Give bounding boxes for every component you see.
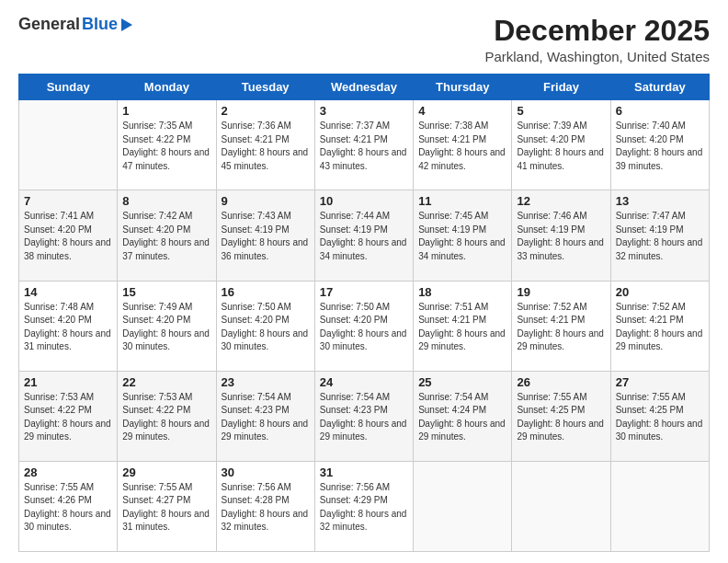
calendar-subtitle: Parkland, Washington, United States: [484, 49, 710, 64]
calendar-cell: 13Sunrise: 7:47 AM Sunset: 4:19 PM Dayli…: [610, 190, 709, 281]
day-info: Sunrise: 7:54 AM Sunset: 4:23 PM Dayligh…: [320, 391, 408, 444]
day-of-week-header: Friday: [512, 75, 610, 100]
day-number: 10: [320, 194, 408, 208]
calendar-cell: [512, 461, 610, 551]
day-info: Sunrise: 7:38 AM Sunset: 4:21 PM Dayligh…: [418, 120, 506, 173]
calendar-cell: 17Sunrise: 7:50 AM Sunset: 4:20 PM Dayli…: [314, 281, 413, 371]
calendar-cell: 27Sunrise: 7:55 AM Sunset: 4:25 PM Dayli…: [610, 371, 709, 461]
day-info: Sunrise: 7:35 AM Sunset: 4:22 PM Dayligh…: [122, 120, 210, 173]
day-number: 8: [122, 194, 210, 208]
day-info: Sunrise: 7:40 AM Sunset: 4:20 PM Dayligh…: [616, 120, 704, 173]
day-info: Sunrise: 7:43 AM Sunset: 4:19 PM Dayligh…: [222, 210, 310, 263]
calendar-cell: 15Sunrise: 7:49 AM Sunset: 4:20 PM Dayli…: [118, 281, 216, 371]
day-info: Sunrise: 7:55 AM Sunset: 4:26 PM Dayligh…: [24, 481, 112, 534]
day-info: Sunrise: 7:56 AM Sunset: 4:29 PM Dayligh…: [320, 481, 408, 534]
day-info: Sunrise: 7:36 AM Sunset: 4:21 PM Dayligh…: [222, 120, 310, 173]
day-info: Sunrise: 7:52 AM Sunset: 4:21 PM Dayligh…: [616, 301, 704, 354]
calendar-cell: 5Sunrise: 7:39 AM Sunset: 4:20 PM Daylig…: [512, 100, 610, 190]
day-number: 17: [320, 285, 408, 299]
calendar-header: SundayMondayTuesdayWednesdayThursdayFrid…: [19, 75, 710, 100]
day-info: Sunrise: 7:55 AM Sunset: 4:27 PM Dayligh…: [122, 481, 210, 534]
calendar-cell: 31Sunrise: 7:56 AM Sunset: 4:29 PM Dayli…: [314, 461, 413, 551]
day-info: Sunrise: 7:50 AM Sunset: 4:20 PM Dayligh…: [320, 301, 408, 354]
calendar-week-row: 21Sunrise: 7:53 AM Sunset: 4:22 PM Dayli…: [19, 371, 710, 461]
logo-general-text: General: [18, 15, 80, 34]
calendar-cell: 9Sunrise: 7:43 AM Sunset: 4:19 PM Daylig…: [216, 190, 314, 281]
day-number: 19: [517, 285, 605, 299]
calendar-cell: 10Sunrise: 7:44 AM Sunset: 4:19 PM Dayli…: [314, 190, 413, 281]
day-number: 25: [418, 375, 506, 389]
day-info: Sunrise: 7:37 AM Sunset: 4:21 PM Dayligh…: [320, 120, 408, 173]
day-number: 9: [222, 194, 310, 208]
logo-blue-text: Blue: [82, 15, 118, 34]
calendar-cell: 28Sunrise: 7:55 AM Sunset: 4:26 PM Dayli…: [19, 461, 118, 551]
day-number: 18: [418, 285, 506, 299]
day-number: 1: [122, 104, 210, 118]
day-info: Sunrise: 7:54 AM Sunset: 4:23 PM Dayligh…: [222, 391, 310, 444]
day-number: 28: [24, 465, 112, 479]
day-of-week-header: Monday: [118, 75, 216, 100]
calendar-week-row: 1Sunrise: 7:35 AM Sunset: 4:22 PM Daylig…: [19, 100, 710, 190]
days-of-week-row: SundayMondayTuesdayWednesdayThursdayFrid…: [19, 75, 710, 100]
calendar-week-row: 14Sunrise: 7:48 AM Sunset: 4:20 PM Dayli…: [19, 281, 710, 371]
calendar-cell: 4Sunrise: 7:38 AM Sunset: 4:21 PM Daylig…: [414, 100, 512, 190]
day-info: Sunrise: 7:47 AM Sunset: 4:19 PM Dayligh…: [616, 210, 704, 263]
day-number: 16: [222, 285, 310, 299]
calendar-cell: 16Sunrise: 7:50 AM Sunset: 4:20 PM Dayli…: [216, 281, 314, 371]
calendar-cell: 6Sunrise: 7:40 AM Sunset: 4:20 PM Daylig…: [610, 100, 709, 190]
day-of-week-header: Wednesday: [314, 75, 413, 100]
calendar-cell: 19Sunrise: 7:52 AM Sunset: 4:21 PM Dayli…: [512, 281, 610, 371]
calendar-cell: 21Sunrise: 7:53 AM Sunset: 4:22 PM Dayli…: [19, 371, 118, 461]
day-info: Sunrise: 7:55 AM Sunset: 4:25 PM Dayligh…: [517, 391, 605, 444]
day-info: Sunrise: 7:39 AM Sunset: 4:20 PM Dayligh…: [517, 120, 605, 173]
day-info: Sunrise: 7:53 AM Sunset: 4:22 PM Dayligh…: [122, 391, 210, 444]
calendar-cell: 26Sunrise: 7:55 AM Sunset: 4:25 PM Dayli…: [512, 371, 610, 461]
day-number: 27: [616, 375, 704, 389]
day-number: 24: [320, 375, 408, 389]
calendar-cell: 7Sunrise: 7:41 AM Sunset: 4:20 PM Daylig…: [19, 190, 118, 281]
calendar-cell: 29Sunrise: 7:55 AM Sunset: 4:27 PM Dayli…: [118, 461, 216, 551]
day-info: Sunrise: 7:48 AM Sunset: 4:20 PM Dayligh…: [24, 301, 112, 354]
calendar-cell: 2Sunrise: 7:36 AM Sunset: 4:21 PM Daylig…: [216, 100, 314, 190]
day-info: Sunrise: 7:50 AM Sunset: 4:20 PM Dayligh…: [222, 301, 310, 354]
day-number: 14: [24, 285, 112, 299]
logo: General Blue: [18, 15, 132, 34]
calendar-cell: [414, 461, 512, 551]
day-number: 6: [616, 104, 704, 118]
calendar-cell: 11Sunrise: 7:45 AM Sunset: 4:19 PM Dayli…: [414, 190, 512, 281]
calendar-cell: [610, 461, 709, 551]
calendar-cell: 12Sunrise: 7:46 AM Sunset: 4:19 PM Dayli…: [512, 190, 610, 281]
calendar-title: December 2025: [484, 15, 710, 47]
day-number: 26: [517, 375, 605, 389]
day-number: 30: [222, 465, 310, 479]
calendar-cell: 23Sunrise: 7:54 AM Sunset: 4:23 PM Dayli…: [216, 371, 314, 461]
day-number: 29: [122, 465, 210, 479]
calendar-cell: 22Sunrise: 7:53 AM Sunset: 4:22 PM Dayli…: [118, 371, 216, 461]
day-info: Sunrise: 7:51 AM Sunset: 4:21 PM Dayligh…: [418, 301, 506, 354]
day-of-week-header: Sunday: [19, 75, 118, 100]
day-info: Sunrise: 7:56 AM Sunset: 4:28 PM Dayligh…: [222, 481, 310, 534]
day-number: 7: [24, 194, 112, 208]
day-info: Sunrise: 7:49 AM Sunset: 4:20 PM Dayligh…: [122, 301, 210, 354]
day-number: 13: [616, 194, 704, 208]
calendar-cell: 30Sunrise: 7:56 AM Sunset: 4:28 PM Dayli…: [216, 461, 314, 551]
calendar-week-row: 7Sunrise: 7:41 AM Sunset: 4:20 PM Daylig…: [19, 190, 710, 281]
calendar-cell: 24Sunrise: 7:54 AM Sunset: 4:23 PM Dayli…: [314, 371, 413, 461]
day-number: 11: [418, 194, 506, 208]
day-number: 4: [418, 104, 506, 118]
day-info: Sunrise: 7:45 AM Sunset: 4:19 PM Dayligh…: [418, 210, 506, 263]
day-info: Sunrise: 7:41 AM Sunset: 4:20 PM Dayligh…: [24, 210, 112, 263]
day-info: Sunrise: 7:46 AM Sunset: 4:19 PM Dayligh…: [517, 210, 605, 263]
day-number: 20: [616, 285, 704, 299]
day-number: 23: [222, 375, 310, 389]
day-number: 31: [320, 465, 408, 479]
day-info: Sunrise: 7:53 AM Sunset: 4:22 PM Dayligh…: [24, 391, 112, 444]
day-number: 22: [122, 375, 210, 389]
day-number: 15: [122, 285, 210, 299]
day-of-week-header: Saturday: [610, 75, 709, 100]
day-info: Sunrise: 7:44 AM Sunset: 4:19 PM Dayligh…: [320, 210, 408, 263]
day-info: Sunrise: 7:55 AM Sunset: 4:25 PM Dayligh…: [616, 391, 704, 444]
day-number: 12: [517, 194, 605, 208]
calendar-cell: 14Sunrise: 7:48 AM Sunset: 4:20 PM Dayli…: [19, 281, 118, 371]
calendar-cell: 18Sunrise: 7:51 AM Sunset: 4:21 PM Dayli…: [414, 281, 512, 371]
